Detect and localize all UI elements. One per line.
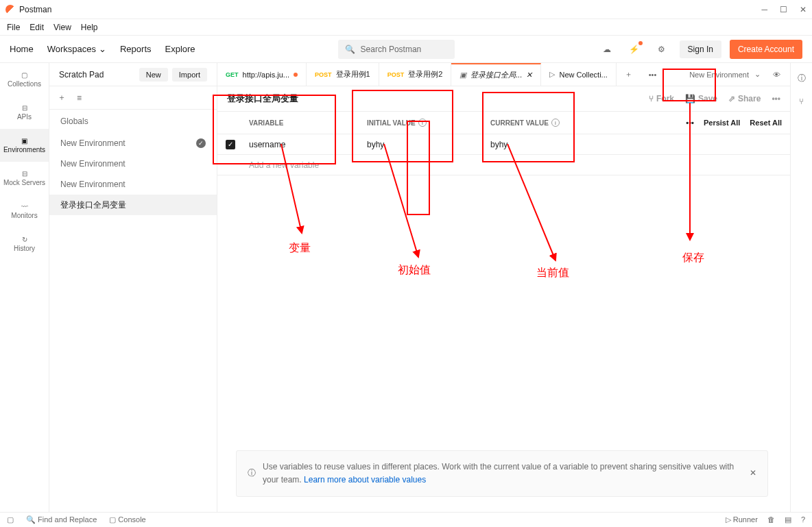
sidebar: Scratch Pad New Import ＋ ≡ Globals New E… xyxy=(49,63,217,513)
menu-help[interactable]: Help xyxy=(81,23,98,32)
tab-2[interactable]: POST登录用例2 xyxy=(379,63,452,86)
left-rail: ▢Collections ⊟APIs ▣Environments ⊟Mock S… xyxy=(0,63,49,513)
info-banner: ⓘ Use variables to reuse values in diffe… xyxy=(236,450,768,497)
eye-icon[interactable]: 👁 xyxy=(773,71,780,79)
menu-view[interactable]: View xyxy=(53,23,71,32)
initial-value-input[interactable]: byhy xyxy=(367,140,490,149)
sync-icon[interactable]: ☁ xyxy=(597,40,617,59)
tab-3[interactable]: ▣登录接口全局...✕ xyxy=(451,63,541,86)
rail-monitors[interactable]: 〰Monitors xyxy=(0,195,49,228)
more-icon[interactable]: ••• xyxy=(772,94,780,103)
learn-more-link[interactable]: Learn more about variable values xyxy=(304,475,426,485)
search-icon: 🔍 xyxy=(345,45,355,54)
window-controls: ─ ☐ ✕ xyxy=(761,5,807,14)
environments-icon: ▣ xyxy=(21,137,27,145)
main-content: GEThttp://apis.ju... POST登录用例1 POST登录用例2… xyxy=(217,63,790,513)
chevron-down-icon: ⌄ xyxy=(754,70,761,79)
nav-explore[interactable]: Explore xyxy=(165,44,195,54)
mock-icon: ⊟ xyxy=(22,170,27,177)
topnav: Home Workspaces⌄ Reports Explore 🔍 Searc… xyxy=(0,36,812,63)
trash-icon[interactable]: 🗑 xyxy=(767,515,775,524)
current-value-input[interactable]: byhy xyxy=(490,140,628,149)
add-icon[interactable]: ＋ xyxy=(58,92,66,103)
docs-icon[interactable]: ⓘ xyxy=(798,73,806,84)
history-icon: ↻ xyxy=(22,236,27,243)
fork-button[interactable]: ⑂ Fork xyxy=(649,94,674,103)
search-input[interactable]: 🔍 Search Postman xyxy=(338,40,455,59)
tab-overflow[interactable]: ••• xyxy=(641,63,665,86)
info-icon[interactable]: i xyxy=(418,119,427,127)
sidebar-item-env3[interactable]: 登录接口全局变量 xyxy=(49,195,217,215)
add-variable-placeholder: Add a new variable xyxy=(243,160,367,170)
runner[interactable]: ▷ Runner xyxy=(726,515,758,524)
variable-row: ✓ username byhy byhy xyxy=(217,134,790,155)
col-variable: VARIABLE xyxy=(243,119,367,127)
row-checkbox[interactable]: ✓ xyxy=(226,140,235,149)
console[interactable]: ▢ Console xyxy=(109,515,145,524)
save-button[interactable]: 💾Save xyxy=(685,94,717,103)
persist-all-button[interactable]: Persist All xyxy=(704,119,740,127)
filter-icon[interactable]: ≡ xyxy=(77,93,82,103)
sidebar-item-env1[interactable]: New Environment xyxy=(49,154,217,174)
active-check-icon: ✓ xyxy=(196,138,206,148)
layout-icon[interactable]: ▤ xyxy=(785,515,791,524)
workspace-title: Scratch Pad xyxy=(59,70,104,79)
annotation-label-variable: 变量 xyxy=(289,241,311,256)
invite-icon[interactable]: ⚡ xyxy=(625,40,644,59)
share-button[interactable]: ⇗ Share xyxy=(728,94,761,103)
rail-environments[interactable]: ▣Environments xyxy=(0,129,49,162)
menu-edit[interactable]: Edit xyxy=(29,23,44,32)
annotation-label-save: 保存 xyxy=(682,251,704,265)
variable-name-input[interactable]: username xyxy=(243,140,367,149)
menu-file[interactable]: File xyxy=(7,23,20,32)
environment-selector[interactable]: New Environment⌄👁 xyxy=(680,63,790,86)
help-icon[interactable]: ? xyxy=(801,515,805,524)
maximize-icon[interactable]: ☐ xyxy=(780,5,787,14)
nav-reports[interactable]: Reports xyxy=(120,44,152,54)
import-button[interactable]: Import xyxy=(172,68,207,82)
monitors-icon: 〰 xyxy=(21,203,28,210)
col-more[interactable]: ••• xyxy=(686,119,694,127)
env-icon: ▣ xyxy=(459,71,466,79)
rail-mock[interactable]: ⊟Mock Servers xyxy=(0,162,49,195)
info-icon[interactable]: i xyxy=(551,119,560,127)
tab-0[interactable]: GEThttp://apis.ju... xyxy=(217,63,307,86)
new-tab-button[interactable]: ＋ xyxy=(617,63,641,86)
close-icon[interactable]: ✕ xyxy=(800,5,807,14)
variable-header: VARIABLE INITIAL VALUEi CURRENT VALUEi •… xyxy=(217,111,790,134)
reset-all-button[interactable]: Reset All xyxy=(750,119,782,127)
rail-apis[interactable]: ⊟APIs xyxy=(0,96,49,129)
banner-close-icon[interactable]: ✕ xyxy=(750,467,756,480)
sidebar-item-env0[interactable]: New Environment✓ xyxy=(49,133,217,154)
create-account-button[interactable]: Create Account xyxy=(730,40,802,59)
rail-history[interactable]: ↻History xyxy=(0,228,49,260)
footer: ▢ 🔍 Find and Replace ▢ Console ▷ Runner … xyxy=(0,512,812,527)
tab-row: GEThttp://apis.ju... POST登录用例1 POST登录用例2… xyxy=(217,63,790,86)
apis-icon: ⊟ xyxy=(22,104,27,112)
info-icon: ⓘ xyxy=(248,467,256,480)
new-button[interactable]: New xyxy=(139,68,168,82)
annotation-label-current: 当前值 xyxy=(536,266,569,280)
sidebar-toggle-icon[interactable]: ▢ xyxy=(7,515,14,524)
find-replace[interactable]: 🔍 Find and Replace xyxy=(26,515,97,524)
collections-icon: ▢ xyxy=(21,71,27,79)
sidebar-globals[interactable]: Globals xyxy=(49,110,217,133)
signin-button[interactable]: Sign In xyxy=(680,40,721,58)
app-title: Postman xyxy=(19,5,51,14)
nav-workspaces[interactable]: Workspaces⌄ xyxy=(47,44,106,54)
settings-icon[interactable]: ⚙ xyxy=(652,40,671,59)
fork-icon[interactable]: ⑂ xyxy=(799,97,804,106)
dirty-dot-icon xyxy=(294,73,298,77)
add-variable-row[interactable]: Add a new variable xyxy=(217,155,790,175)
col-current: CURRENT VALUE xyxy=(490,119,549,127)
menubar: File Edit View Help xyxy=(0,19,812,36)
postman-logo-icon xyxy=(5,5,15,14)
close-tab-icon[interactable]: ✕ xyxy=(526,71,532,79)
sidebar-item-env2[interactable]: New Environment xyxy=(49,174,217,195)
play-icon: ▷ xyxy=(549,70,555,79)
tab-1[interactable]: POST登录用例1 xyxy=(307,63,379,86)
minimize-icon[interactable]: ─ xyxy=(761,5,767,14)
tab-4[interactable]: ▷New Collecti... xyxy=(541,63,616,86)
nav-home[interactable]: Home xyxy=(10,44,34,54)
rail-collections[interactable]: ▢Collections xyxy=(0,63,49,96)
